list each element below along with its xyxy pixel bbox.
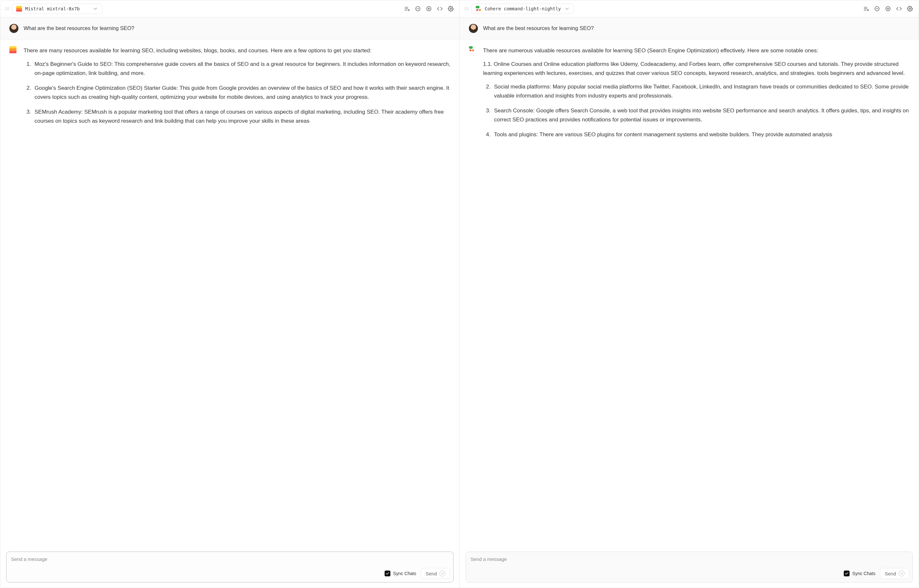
- arrow-right-circle-icon: [899, 570, 904, 577]
- code-icon: [437, 6, 443, 11]
- model-name: Mistral mixtral-8x7b: [25, 6, 80, 11]
- chat-panel-1: Cohere command-light-nightlyWhat are the…: [460, 0, 919, 588]
- user-message: What are the best resources for learning…: [0, 18, 460, 40]
- svg-point-10: [450, 8, 452, 10]
- assistant-intro: There are many resources available for l…: [24, 46, 451, 55]
- minus-circle-icon: [415, 6, 421, 11]
- remove-panel-button[interactable]: [413, 5, 422, 13]
- chat-panel-0: Mistral mixtral-8x7bWhat are the best re…: [0, 0, 460, 588]
- composer: Sync ChatsSend: [6, 551, 454, 583]
- drag-handle-icon[interactable]: [464, 6, 469, 11]
- arrow-right-circle-icon: [439, 570, 445, 577]
- assistant-avatar: [10, 46, 18, 55]
- list-x-icon: [404, 6, 410, 11]
- assistant-list-item: Google's Search Engine Optimization (SEO…: [32, 84, 451, 102]
- send-button[interactable]: Send: [421, 568, 450, 579]
- list-x-icon: [863, 6, 869, 11]
- panel-toolbar: Mistral mixtral-8x7b: [0, 0, 460, 18]
- message-input[interactable]: [466, 552, 913, 566]
- send-button-label: Send: [426, 571, 437, 577]
- assistant-list-item: Search Console: Google offers Search Con…: [492, 106, 909, 124]
- svg-point-22: [909, 8, 911, 10]
- code-button[interactable]: [436, 5, 444, 13]
- user-message-text: What are the best resources for learning…: [24, 24, 451, 33]
- settings-button[interactable]: [447, 5, 455, 13]
- gear-icon: [907, 6, 913, 11]
- send-button-label: Send: [885, 571, 896, 577]
- cohere-provider-icon: [476, 6, 481, 11]
- chat-scroll[interactable]: What are the best resources for learning…: [460, 18, 919, 548]
- user-avatar: [469, 24, 478, 33]
- sync-chats-toggle[interactable]: Sync Chats: [384, 570, 416, 577]
- plus-circle-icon: [426, 6, 432, 11]
- mistral-provider-icon: [16, 6, 22, 11]
- drag-handle-icon[interactable]: [5, 6, 10, 11]
- model-select[interactable]: Cohere command-light-nightly: [472, 3, 574, 14]
- assistant-message-body: There are numerous valuable resources av…: [483, 46, 909, 145]
- code-button[interactable]: [895, 5, 903, 13]
- panel-toolbar: Cohere command-light-nightly: [460, 0, 919, 18]
- model-select[interactable]: Mistral mixtral-8x7b: [12, 3, 102, 14]
- assistant-intro: There are numerous valuable resources av…: [483, 46, 909, 55]
- gear-icon: [448, 6, 454, 11]
- clear-list-button[interactable]: [403, 5, 411, 13]
- code-icon: [896, 6, 902, 11]
- sync-chats-label: Sync Chats: [852, 571, 875, 576]
- add-panel-button[interactable]: [425, 5, 433, 13]
- checkbox-checked-icon: [844, 570, 850, 577]
- sync-chats-toggle[interactable]: Sync Chats: [844, 570, 875, 577]
- assistant-message: There are numerous valuable resources av…: [460, 40, 919, 152]
- mistral-provider-icon: [10, 46, 16, 53]
- user-message: What are the best resources for learning…: [460, 18, 919, 40]
- assistant-message-body: There are many resources available for l…: [24, 46, 451, 131]
- assistant-list: Moz's Beginner's Guide to SEO: This comp…: [24, 60, 451, 126]
- user-avatar: [10, 24, 18, 33]
- chevron-down-icon: [564, 6, 570, 11]
- checkbox-checked-icon: [384, 570, 391, 577]
- assistant-message: There are many resources available for l…: [0, 40, 460, 138]
- cohere-provider-icon: [469, 46, 476, 53]
- composer-wrap: Sync ChatsSend: [0, 548, 460, 588]
- user-message-text: What are the best resources for learning…: [483, 24, 909, 33]
- model-name: Cohere command-light-nightly: [485, 6, 561, 11]
- sync-chats-label: Sync Chats: [393, 571, 416, 576]
- remove-panel-button[interactable]: [873, 5, 881, 13]
- assistant-list-item: SEMrush Academy: SEMrush is a popular ma…: [32, 108, 451, 126]
- assistant-list-item: Moz's Beginner's Guide to SEO: This comp…: [32, 60, 451, 78]
- composer: Sync ChatsSend: [466, 551, 913, 583]
- send-button[interactable]: Send: [880, 568, 909, 579]
- assistant-list-item: Social media platforms: Many popular soc…: [492, 82, 909, 100]
- clear-list-button[interactable]: [862, 5, 870, 13]
- composer-wrap: Sync ChatsSend: [460, 548, 919, 588]
- assistant-avatar: [469, 46, 478, 55]
- assistant-list: Social media platforms: Many popular soc…: [483, 82, 909, 139]
- add-panel-button[interactable]: [884, 5, 892, 13]
- composer-footer: Sync ChatsSend: [6, 566, 453, 582]
- chat-scroll[interactable]: What are the best resources for learning…: [0, 18, 460, 548]
- message-input[interactable]: [6, 552, 453, 566]
- assistant-lead-paragraph: 1.1. Online Courses and Online education…: [483, 60, 909, 78]
- settings-button[interactable]: [906, 5, 914, 13]
- assistant-list-item: Tools and plugins: There are various SEO…: [492, 130, 909, 139]
- chevron-down-icon: [92, 6, 98, 11]
- plus-circle-icon: [885, 6, 891, 11]
- minus-circle-icon: [874, 6, 880, 11]
- composer-footer: Sync ChatsSend: [466, 566, 913, 582]
